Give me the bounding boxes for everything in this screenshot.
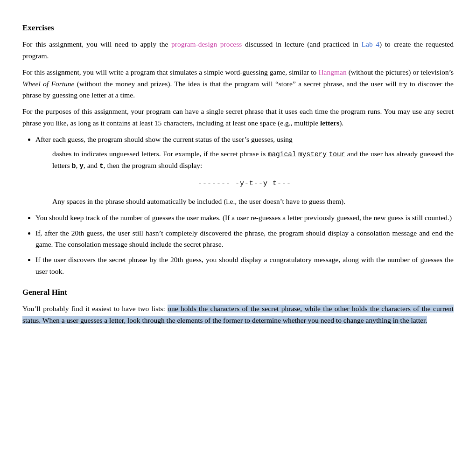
bullet-list: After each guess, the program should sho… (35, 134, 454, 278)
paragraph-2: For this assignment, you will write a pr… (22, 67, 454, 101)
bullet1-text2-before: dashes to indicates unguessed letters. F… (52, 150, 268, 158)
para1-text-mid: discussed in lecture (and practiced in (242, 40, 361, 48)
hangman-link[interactable]: Hangman (318, 68, 346, 76)
spaces-paragraph: Any spaces in the phrase should automati… (52, 196, 454, 208)
para2-text1: For this assignment, you will write a pr… (22, 68, 318, 76)
hint-paragraph: You’ll probably find it easiest to have … (22, 303, 454, 326)
bullet-item-2: You should keep track of the number of g… (35, 212, 454, 224)
para2-text2: (without the pictures) or television’s (347, 68, 454, 76)
code-example: ------- -y-t--y t--- (35, 178, 454, 189)
bullet1-intro: After each guess, the program should sho… (35, 135, 293, 143)
comma2: , and (84, 161, 99, 169)
para1-text-before: For this assignment, you will need to ap… (22, 40, 171, 48)
bullet-item-3: If, after the 20th guess, the user still… (35, 228, 454, 251)
bullet1-text4: , then the program should display: (104, 161, 203, 169)
program-design-link[interactable]: program-design process (171, 40, 242, 48)
paragraph-1: For this assignment, you will need to ap… (22, 39, 454, 62)
t-bold: t (99, 162, 104, 170)
wheel-of-fortune-text: Wheel of Fortune (22, 80, 74, 88)
hint-before: You’ll probably find it easiest to have … (22, 305, 168, 312)
bullet-item-4: If the user discovers the secret phrase … (35, 254, 454, 278)
general-hint-heading: General Hint (22, 286, 454, 298)
mystery-underline: mystery (298, 151, 327, 158)
para2-text3: (without the money and prizes). The idea… (22, 80, 454, 99)
letters-bold: letters (320, 119, 339, 127)
magical-underline: magical (268, 151, 296, 158)
y-bold: y (79, 162, 84, 170)
paragraph-3: For the purposes of this assignment, you… (22, 106, 454, 129)
exercises-heading: Exercises (22, 21, 454, 34)
tour-underline: tour (329, 151, 345, 158)
bullet-item-1: After each guess, the program should sho… (35, 134, 454, 208)
lab4-link[interactable]: Lab 4 (362, 40, 379, 48)
